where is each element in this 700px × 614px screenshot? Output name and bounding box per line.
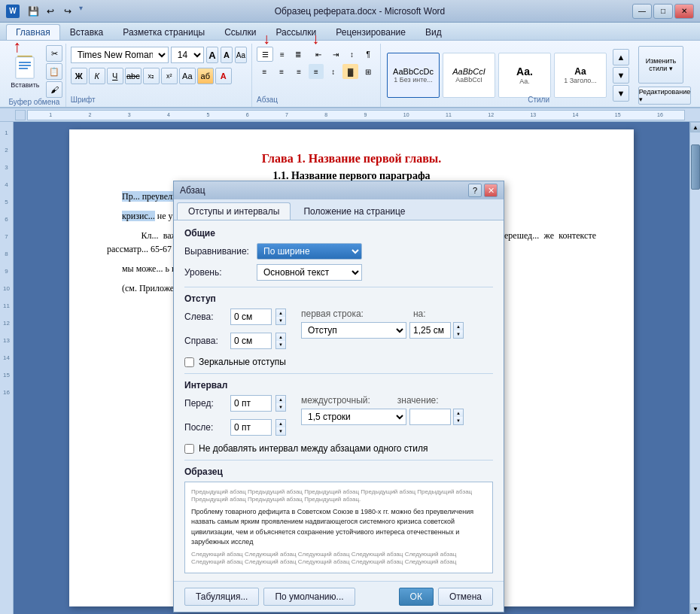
format-buttons: Ж К Ч abc x₂ x² Аа аб А (71, 68, 247, 84)
italic-button[interactable]: К (89, 68, 105, 84)
ok-button[interactable]: ОК (399, 588, 434, 606)
style-heading1[interactable]: Аа 1 Заголо... (554, 53, 607, 98)
line-val-down[interactable]: ▼ (454, 417, 463, 424)
level-select[interactable]: Основной текст (257, 264, 362, 281)
first-line-up[interactable]: ▲ (454, 323, 463, 330)
dialog-help-button[interactable]: ? (468, 184, 482, 197)
show-marks-button[interactable]: ¶ (361, 47, 376, 62)
window-controls: — □ ✕ (632, 4, 694, 19)
default-button[interactable]: По умолчанию... (263, 588, 355, 606)
subscript-button[interactable]: x₂ (143, 68, 160, 84)
underline-button[interactable]: Ч (107, 68, 123, 84)
after-down[interactable]: ▼ (276, 427, 285, 435)
dialog-tab-indent[interactable]: Отступы и интервалы (177, 202, 291, 220)
increase-indent-button[interactable]: ⇥ (328, 47, 343, 62)
editing-button[interactable]: Редактирование ▾ (638, 87, 691, 105)
tab-view[interactable]: Вид (415, 24, 452, 40)
tab-mailings[interactable]: Рассылки (266, 24, 326, 40)
text-effects-button[interactable]: Аа (179, 68, 196, 84)
minimize-button[interactable]: — (632, 4, 652, 19)
maximize-button[interactable]: □ (653, 4, 673, 19)
after-up[interactable]: ▲ (276, 420, 285, 427)
indent-left-row: Слева: ▲ ▼ (184, 309, 286, 325)
paste-button[interactable]: Вставить (5, 50, 44, 93)
line-val-up[interactable]: ▲ (454, 409, 463, 417)
align-center-button[interactable]: ≡ (274, 64, 290, 79)
window-title: Образец реферата.docx - Microsoft Word (87, 6, 632, 17)
tab-insert[interactable]: Вставка (60, 24, 114, 40)
line-spacing-value-input[interactable] (409, 409, 451, 425)
style-dn-button[interactable]: ▼ (613, 67, 629, 84)
before-down[interactable]: ▼ (276, 403, 285, 411)
right-indent-down[interactable]: ▼ (276, 341, 285, 348)
dialog-close-button[interactable]: ✕ (484, 184, 498, 197)
highlight-button[interactable]: аб (197, 68, 214, 84)
redo-quick-button[interactable]: ↪ (60, 4, 75, 19)
tabulation-button[interactable]: Табуляция... (184, 588, 259, 606)
font-shrink-button[interactable]: A (221, 47, 233, 63)
bold-button[interactable]: Ж (71, 68, 87, 84)
style-more-button[interactable]: ▼ (613, 85, 629, 102)
style-heading[interactable]: Аа. Аа. (498, 53, 551, 98)
tab-page-layout[interactable]: Разметка страницы (113, 24, 215, 40)
scroll-thumb[interactable] (691, 144, 700, 190)
numbering-button[interactable]: ≡ (275, 47, 290, 62)
vertical-scrollbar[interactable]: ▲ ▼ (689, 122, 700, 614)
scroll-down-button[interactable]: ▼ (690, 603, 700, 614)
align-left-button[interactable]: ≡ (257, 64, 272, 79)
line-spacing-select[interactable]: 1,5 строки (301, 409, 406, 425)
tab-home[interactable]: Главная (6, 24, 60, 40)
multilevel-button[interactable]: ≣ (291, 47, 306, 62)
close-button[interactable]: ✕ (674, 4, 694, 19)
save-quick-button[interactable]: 💾 (26, 4, 41, 19)
para-row-2: ≡ ≡ ≡ ≡ ↕ ▓ ⊞ (257, 64, 376, 79)
undo-quick-button[interactable]: ↩ (43, 4, 58, 19)
first-line-select[interactable]: Отступ (301, 322, 406, 339)
dialog-tab-position[interactable]: Положение на странице (292, 202, 416, 220)
first-line-value-input[interactable] (409, 322, 451, 339)
after-input[interactable] (230, 419, 272, 436)
mirror-indent-checkbox[interactable] (184, 357, 194, 367)
app-icon: W (6, 5, 20, 18)
bullets-button[interactable]: ☰ (257, 47, 273, 62)
sort-button[interactable]: ↕ (345, 47, 360, 62)
cut-button[interactable]: ✂ (46, 45, 62, 62)
scroll-up-button[interactable]: ▲ (690, 122, 700, 132)
strikethrough-button[interactable]: abc (125, 68, 142, 84)
line-spacing-button[interactable]: ↕ (325, 64, 341, 79)
align-right-button[interactable]: ≡ (291, 64, 307, 79)
font-name-select[interactable]: Times New Roman (71, 47, 169, 63)
first-line-down[interactable]: ▼ (454, 330, 463, 338)
left-indent-down[interactable]: ▼ (276, 317, 285, 324)
paragraph-group: ☰ ↓ ≡ ≣ ⇤ ↓ ⇥ ↕ ¶ ≡ ≡ ≡ ≡ ↕ ▓ ⊞ (252, 44, 381, 107)
change-styles-button[interactable]: Изменить стили ▾ (638, 46, 683, 84)
left-indent-input[interactable] (230, 309, 272, 325)
decrease-indent-button[interactable]: ⇤ (310, 47, 327, 62)
shading-button[interactable]: ▓ (342, 64, 358, 79)
before-input[interactable] (230, 395, 272, 412)
clear-format-button[interactable]: Аа (235, 47, 247, 63)
no-space-checkbox[interactable] (184, 444, 194, 454)
copy-button[interactable]: 📋 (46, 63, 62, 80)
superscript-button[interactable]: x² (161, 68, 178, 84)
tab-review[interactable]: Рецензирование (326, 24, 415, 40)
clipboard-label: Буфер обмена (8, 98, 59, 108)
font-color-button[interactable]: А (215, 68, 232, 84)
cancel-button[interactable]: Отмена (438, 588, 493, 606)
format-painter-button[interactable]: 🖌 (46, 81, 62, 98)
font-grow-button[interactable]: A (206, 47, 218, 63)
style-normal[interactable]: AaBbCcDc 1 Без инте... (387, 53, 440, 98)
style-up-button[interactable]: ▲ (613, 49, 629, 65)
align-justify-button[interactable]: ≡ (309, 64, 324, 79)
borders-button[interactable]: ⊞ (360, 64, 376, 79)
style-highlight[interactable]: AaBbCcI AaBbCcI (443, 53, 495, 98)
paste-label: Вставить (11, 81, 39, 89)
before-up[interactable]: ▲ (276, 396, 285, 403)
ruler-corner[interactable] (15, 110, 26, 120)
alignment-select[interactable]: По ширине (257, 243, 362, 260)
right-indent-up[interactable]: ▲ (276, 333, 285, 341)
right-indent-input[interactable] (230, 333, 272, 349)
font-size-select[interactable]: 14 (171, 47, 204, 63)
tab-references[interactable]: Ссылки (215, 24, 266, 40)
left-indent-up[interactable]: ▲ (276, 309, 285, 317)
